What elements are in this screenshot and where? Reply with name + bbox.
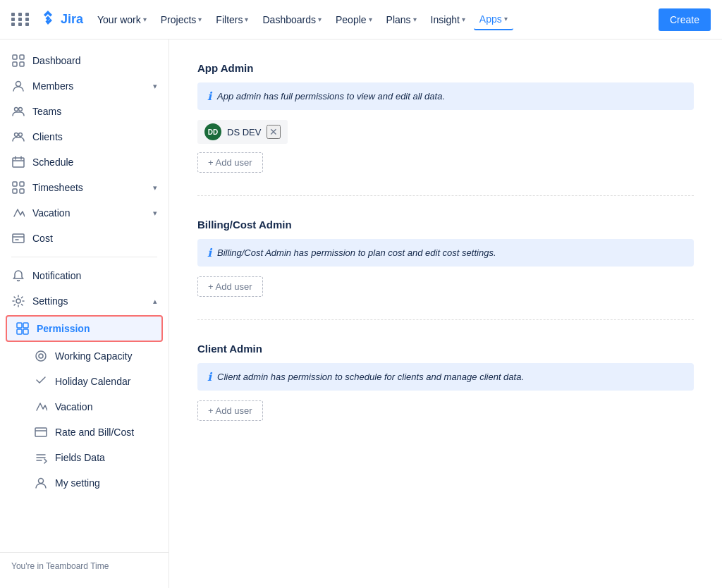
dashboard-icon bbox=[11, 54, 25, 68]
clients-icon bbox=[11, 130, 25, 144]
chevron-down-icon: ▾ bbox=[143, 16, 147, 23]
sidebar-item-label: Settings bbox=[32, 295, 68, 307]
sidebar-item-label: Holiday Calendar bbox=[55, 376, 130, 387]
nav-filters[interactable]: Filters ▾ bbox=[210, 10, 254, 30]
app-admin-title: App Admin bbox=[197, 62, 694, 74]
chevron-down-icon: ▾ bbox=[245, 16, 248, 23]
remove-user-button[interactable]: ✕ bbox=[267, 125, 281, 139]
sidebar-item-label: Timesheets bbox=[32, 182, 83, 193]
sidebar-item-clients[interactable]: Clients bbox=[0, 124, 169, 149]
nav-insight[interactable]: Insight ▾ bbox=[425, 10, 471, 30]
sidebar-item-cost[interactable]: Cost bbox=[0, 226, 169, 251]
jira-logo-icon bbox=[39, 9, 56, 30]
sidebar-item-dashboard[interactable]: Dashboard bbox=[0, 48, 169, 73]
nav-apps[interactable]: Apps ▾ bbox=[474, 9, 513, 30]
chevron-down-icon: ▾ bbox=[153, 183, 157, 192]
create-button[interactable]: Create bbox=[659, 8, 711, 31]
chevron-down-icon: ▾ bbox=[318, 16, 322, 23]
svg-rect-0 bbox=[13, 55, 17, 59]
notification-icon bbox=[11, 269, 25, 283]
chevron-down-icon: ▾ bbox=[198, 16, 202, 23]
sidebar-item-schedule[interactable]: Schedule bbox=[0, 149, 169, 175]
svg-point-32 bbox=[39, 479, 44, 484]
sidebar-item-teams[interactable]: Teams bbox=[0, 99, 169, 124]
client-admin-title: Client Admin bbox=[197, 343, 694, 355]
svg-rect-15 bbox=[13, 189, 17, 193]
chevron-down-icon: ▾ bbox=[369, 16, 372, 23]
user-name: DS DEV bbox=[227, 127, 261, 137]
sidebar-item-label: Cost bbox=[32, 233, 53, 244]
sidebar-item-rate-bill[interactable]: Rate and Bill/Cost bbox=[0, 419, 169, 445]
jira-logo[interactable]: Jira bbox=[39, 9, 83, 30]
sidebar-item-label: Vacation bbox=[32, 207, 70, 219]
svg-point-4 bbox=[16, 82, 21, 87]
sidebar-item-holiday-calendar[interactable]: Holiday Calendar bbox=[0, 369, 169, 394]
billing-cost-admin-section: Billing/Cost Admin ℹ Billing/Cost Admin … bbox=[197, 219, 694, 320]
svg-rect-14 bbox=[20, 182, 24, 186]
add-user-button-client-admin[interactable]: + Add user bbox=[197, 400, 263, 421]
nav-projects[interactable]: Projects ▾ bbox=[155, 10, 208, 30]
apps-grid-icon[interactable] bbox=[11, 13, 31, 26]
sidebar-item-members[interactable]: Members ▾ bbox=[0, 73, 169, 99]
svg-point-20 bbox=[16, 299, 20, 303]
sidebar-item-timesheets[interactable]: Timesheets ▾ bbox=[0, 175, 169, 200]
sidebar-item-permission[interactable]: Permission bbox=[6, 315, 163, 342]
client-admin-info-banner: ℹ Client admin has permission to schedul… bbox=[197, 363, 694, 391]
my-setting-icon bbox=[34, 476, 48, 490]
app-admin-info-banner: ℹ App admin has full permissions to view… bbox=[197, 82, 694, 110]
add-user-button-billing-cost[interactable]: + Add user bbox=[197, 276, 263, 297]
sidebar-item-my-setting[interactable]: My setting bbox=[0, 470, 169, 496]
vacation-sub-icon bbox=[34, 400, 48, 414]
info-icon: ℹ bbox=[207, 90, 212, 103]
sidebar-footer: You're in Teamboard Time bbox=[0, 552, 169, 580]
fields-data-icon bbox=[34, 451, 48, 465]
sidebar-item-settings[interactable]: Settings ▴ bbox=[0, 288, 169, 314]
sidebar-item-label: Notification bbox=[32, 270, 81, 281]
sidebar-item-label: Permission bbox=[37, 323, 90, 334]
rate-bill-icon bbox=[34, 425, 48, 439]
chevron-down-icon: ▾ bbox=[462, 16, 465, 23]
billing-cost-admin-info-text: Billing/Cost Admin has permission to pla… bbox=[217, 247, 496, 258]
teams-icon bbox=[11, 104, 25, 118]
chevron-down-icon: ▾ bbox=[153, 209, 157, 218]
sidebar-item-label: Teams bbox=[32, 106, 61, 117]
page-layout: Dashboard Members ▾ Teams Clients bbox=[0, 39, 722, 588]
nav-people[interactable]: People ▾ bbox=[330, 10, 378, 30]
sidebar-item-notification[interactable]: Notification bbox=[0, 263, 169, 288]
cost-icon bbox=[11, 231, 25, 245]
sidebar-item-working-capacity[interactable]: Working Capacity bbox=[0, 343, 169, 369]
chevron-down-icon: ▾ bbox=[413, 16, 417, 23]
main-content: App Admin ℹ App admin has full permissio… bbox=[169, 39, 722, 588]
app-admin-section: App Admin ℹ App admin has full permissio… bbox=[197, 62, 694, 196]
sidebar-item-fields-data[interactable]: Fields Data bbox=[0, 445, 169, 470]
svg-rect-16 bbox=[20, 189, 24, 193]
client-admin-info-text: Client admin has permission to schedule … bbox=[217, 372, 524, 382]
add-user-button-app-admin[interactable]: + Add user bbox=[197, 152, 263, 173]
chevron-up-icon: ▴ bbox=[153, 297, 157, 306]
sidebar-item-label: Schedule bbox=[32, 157, 73, 168]
vacation-icon bbox=[11, 206, 25, 220]
members-icon bbox=[11, 79, 25, 93]
sidebar-item-vacation-sub[interactable]: Vacation bbox=[0, 394, 169, 419]
nav-plans[interactable]: Plans ▾ bbox=[381, 10, 422, 30]
svg-rect-13 bbox=[13, 182, 17, 186]
sidebar-item-vacation[interactable]: Vacation ▾ bbox=[0, 200, 169, 226]
app-admin-users: DD DS DEV ✕ bbox=[197, 120, 694, 152]
svg-rect-1 bbox=[20, 55, 24, 59]
svg-point-26 bbox=[39, 354, 43, 358]
svg-rect-9 bbox=[13, 158, 24, 167]
svg-rect-3 bbox=[20, 62, 24, 66]
sidebar-item-label: Vacation bbox=[55, 401, 92, 412]
permission-icon bbox=[16, 321, 30, 336]
svg-rect-23 bbox=[17, 329, 22, 334]
billing-cost-admin-info-banner: ℹ Billing/Cost Admin has permission to p… bbox=[197, 239, 694, 267]
sidebar-item-label: Dashboard bbox=[32, 55, 81, 66]
svg-point-5 bbox=[15, 108, 18, 111]
info-icon: ℹ bbox=[207, 246, 212, 259]
nav-your-work[interactable]: Your work ▾ bbox=[92, 10, 152, 30]
sidebar: Dashboard Members ▾ Teams Clients bbox=[0, 39, 169, 588]
svg-rect-22 bbox=[23, 323, 28, 328]
billing-cost-admin-title: Billing/Cost Admin bbox=[197, 219, 694, 231]
nav-dashboards[interactable]: Dashboards ▾ bbox=[257, 10, 327, 30]
sidebar-item-label: Working Capacity bbox=[55, 350, 132, 362]
